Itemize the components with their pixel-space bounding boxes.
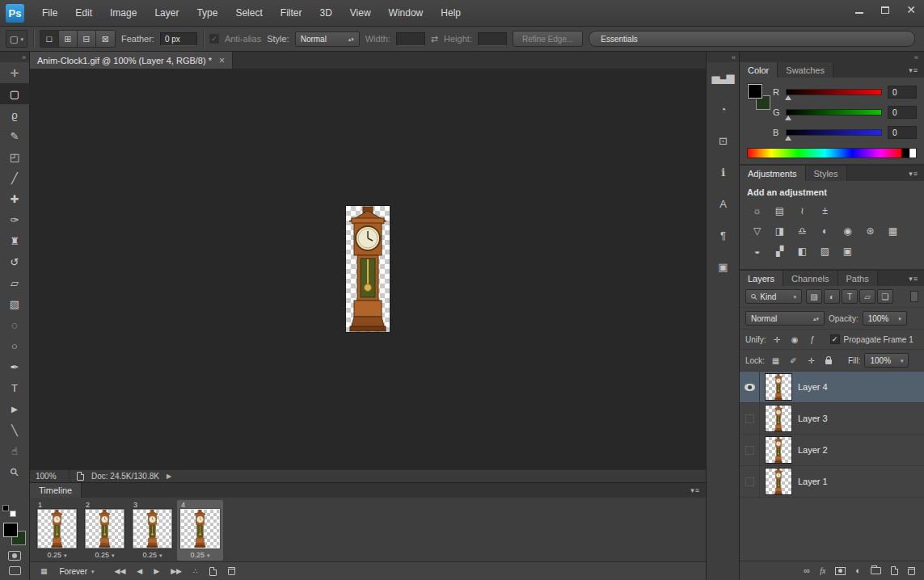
layer-style-button[interactable]: fx [820,567,825,575]
workspace-switcher-button[interactable]: Essentials [589,31,915,47]
document-tab-close-icon[interactable]: × [219,56,225,65]
first-frame-button[interactable]: ◀◀ [109,562,130,580]
adjustment-levels-icon[interactable]: ▤ [770,203,790,219]
layer-name[interactable]: Layer 4 [798,382,828,392]
adjustment-hue-saturation-icon[interactable]: ◨ [770,223,790,239]
foreground-color-swatch[interactable] [748,84,762,99]
blend-mode-select[interactable]: Normal ▴▾ [745,311,825,326]
blue-value-field[interactable]: 0 [888,126,917,139]
close-button[interactable]: ✕ [898,0,924,19]
tool-move[interactable]: ✛ [0,62,30,83]
green-slider[interactable] [786,109,882,116]
adjustment-posterize-icon[interactable]: ▞ [770,243,790,259]
dock-collapse-icon[interactable]: « [914,53,918,61]
intersect-selection-button[interactable]: ⊠ [96,31,115,47]
tool-type[interactable]: T [0,377,30,398]
filter-kind-select[interactable]: ⚲ Kind ▾ [745,289,802,304]
delete-frame-button[interactable] [223,562,240,580]
adjustment-vibrance-icon[interactable]: ▽ [747,223,767,239]
frame-thumbnail[interactable] [181,510,219,548]
frame-thumbnail[interactable] [133,510,171,548]
antialias-checkbox[interactable]: ✓ [209,34,219,44]
layer-name[interactable]: Layer 3 [798,414,828,423]
collapsed-panel-paragraph-icon[interactable]: ¶ [707,220,740,251]
unify-visibility-icon[interactable]: ◉ [788,333,802,346]
timeline-frame-4-selected[interactable]: 4 0.25▾ [177,500,223,561]
tool-preset-picker[interactable]: ▢ ▾ [6,30,27,48]
filter-pixel-layer-button[interactable]: ▨ [806,289,822,304]
tab-adjustments[interactable]: Adjustments [740,166,806,181]
menu-view[interactable]: View [341,0,380,26]
color-panel-menu-icon[interactable]: ▾≡ [903,66,924,74]
adjustment-color-balance-icon[interactable]: ♎ [792,223,812,239]
layer-row-layer-1[interactable]: Layer 1 [740,466,924,498]
adjustment-brightness-contrast-icon[interactable]: ☼ [747,203,767,219]
layer-thumbnail[interactable] [766,437,791,463]
adjustment-invert-icon[interactable]: ◒ [747,243,767,259]
menu-edit[interactable]: Edit [66,0,101,26]
layer-row-layer-3[interactable]: Layer 3 [740,403,924,435]
tab-channels[interactable]: Channels [783,271,838,286]
unify-position-icon[interactable]: ✛ [770,333,784,346]
next-frame-button[interactable]: ▶▶ [166,562,187,580]
menu-file[interactable]: File [33,0,66,26]
visibility-toggle[interactable] [740,372,760,402]
menu-3d[interactable]: 3D [310,0,340,26]
tool-blur[interactable]: ◌ [0,314,30,335]
red-slider[interactable] [786,89,882,95]
adjustment-curves-icon[interactable]: ≀ [792,203,812,219]
lock-pixels-icon[interactable]: ✐ [787,354,800,367]
style-select[interactable]: Normal ▴▾ [295,32,360,47]
lock-transparency-icon[interactable]: ▦ [769,354,783,367]
lock-position-icon[interactable]: ✛ [804,354,818,367]
maximize-button[interactable] [872,0,898,19]
green-value-field[interactable]: 0 [888,106,917,119]
convert-to-video-timeline-button[interactable]: ▦ [36,562,53,580]
frame-delay-select[interactable]: 0.25▾ [133,551,171,559]
tool-line-shape[interactable]: ╲ [0,419,30,440]
tool-pen[interactable]: ✒ [0,356,30,377]
color-spectrum-bar[interactable] [747,148,917,158]
add-layer-mask-button[interactable] [835,567,846,575]
blue-slider[interactable] [786,129,882,136]
slider-thumb-icon[interactable] [785,95,791,100]
menu-image[interactable]: Image [101,0,146,26]
adjustment-threshold-icon[interactable]: ◧ [792,243,812,259]
layers-panel-menu-icon[interactable]: ▾≡ [903,275,924,283]
layer-row-layer-4[interactable]: Layer 4 [740,372,924,403]
frame-thumbnail[interactable] [38,510,76,548]
feather-input[interactable]: 0 px [160,32,197,46]
adjustment-selective-color-icon[interactable]: ▣ [838,243,858,259]
filter-adjustment-layer-button[interactable]: ◐ [824,289,840,304]
swap-width-height-icon[interactable]: ⇄ [431,34,438,44]
zoom-level-field[interactable]: 100% [36,470,70,482]
refine-edge-button[interactable]: Refine Edge... [513,31,583,47]
tab-color[interactable]: Color [740,62,778,78]
menu-help[interactable]: Help [432,0,470,26]
layer-row-layer-2[interactable]: Layer 2 [740,435,924,466]
tab-layers[interactable]: Layers [740,271,783,286]
timeline-frame-1[interactable]: 1 0.25▾ [34,500,80,561]
unify-style-icon[interactable]: ƒ [806,333,820,346]
collapsed-panel-info-icon[interactable]: ℹ [707,157,740,188]
menu-select[interactable]: Select [226,0,271,26]
tool-clone-stamp[interactable]: ♜ [0,230,30,251]
tool-lasso[interactable]: ϱ [0,104,30,125]
tween-button[interactable]: ∴ [188,562,203,580]
collapsed-panel-character-icon[interactable]: A [707,188,740,220]
adjustment-gradient-map-icon[interactable]: ▨ [815,243,835,259]
screen-mode-button[interactable] [9,566,21,575]
tool-eraser[interactable]: ▱ [0,272,30,293]
adjustment-photo-filter-icon[interactable]: ◉ [838,223,858,239]
panel-strip-expand-button[interactable]: « [707,52,739,62]
document-tab[interactable]: Anim-Clock1.gif @ 100% (Layer 4, RGB/8) … [30,52,233,69]
adjustment-black-white-icon[interactable]: ◐ [815,223,835,239]
adjustment-channel-mixer-icon[interactable]: ⊛ [860,223,880,239]
tab-swatches[interactable]: Swatches [778,62,833,78]
collapsed-panel-clone-source-icon[interactable]: ⊡ [707,125,740,157]
layer-thumbnail[interactable] [766,406,791,431]
tool-gradient[interactable]: ▧ [0,293,30,314]
new-selection-button[interactable]: □ [40,31,59,47]
fill-select[interactable]: 100% ▾ [864,353,909,368]
new-layer-button[interactable] [891,566,898,575]
